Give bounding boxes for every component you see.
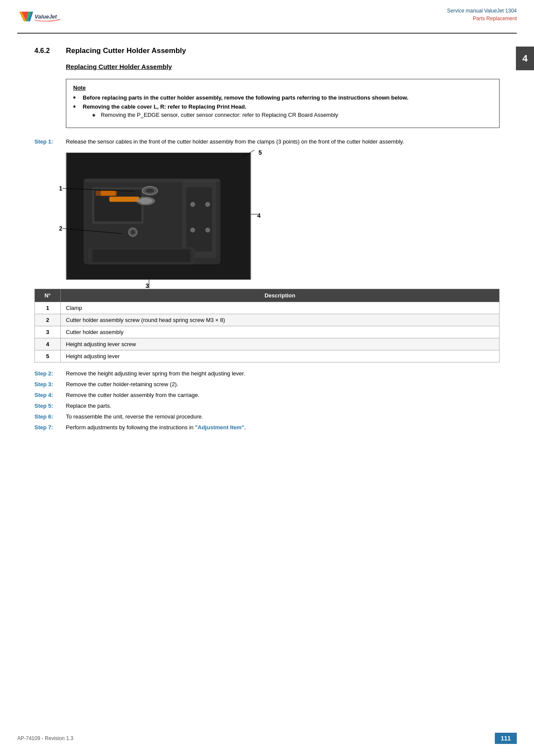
step-4-text: Remove the cutter holder assembly from t… — [66, 392, 500, 398]
step-6: Step 6: To reassemble the unit, reverse … — [34, 413, 500, 420]
table-cell-num: 2 — [35, 314, 61, 326]
table-cell-num: 3 — [35, 326, 61, 338]
svg-rect-24 — [84, 179, 220, 182]
note-list: ■ Before replacing parts in the cutter h… — [73, 94, 492, 119]
header-section: Parts Replacement — [447, 16, 517, 22]
page-footer: AP-74109 - Revision 1.3 111 — [0, 733, 534, 744]
svg-rect-10 — [101, 191, 116, 196]
table-row: 5Height adjusting lever — [35, 350, 500, 362]
manual-title: Service manual ValueJet 1304 — [447, 8, 517, 14]
diagram-label-4: 4 — [257, 212, 261, 219]
valuejet-logo: ValueJet — [17, 8, 65, 27]
section-tab: 4 — [516, 47, 534, 70]
note-sub-item-1: ◆ Removing the P_EDGE sensor, cutter sen… — [92, 112, 338, 118]
step-1-text: Release the sensor cables in the front o… — [66, 138, 500, 145]
diagram-label-5: 5 — [258, 149, 262, 156]
svg-point-19 — [205, 202, 210, 206]
svg-rect-17 — [186, 187, 212, 251]
step-5-text: Replace the parts. — [66, 403, 500, 409]
svg-rect-23 — [92, 249, 190, 262]
step-2-label: Step 2: — [34, 370, 66, 377]
diagram-label-1: 1 — [59, 185, 62, 192]
step-3: Step 3: Remove the cutter holder-retaini… — [34, 381, 500, 387]
note-text-1: Before replacing parts in the cutter hol… — [83, 94, 408, 101]
step-1-label: Step 1: — [34, 138, 66, 145]
page-header: ValueJet Service manual ValueJet 1304 Pa… — [0, 0, 534, 28]
svg-text:ValueJet: ValueJet — [35, 14, 57, 20]
note-box: Note ■ Before replacing parts in the cut… — [66, 79, 500, 128]
step-6-label: Step 6: — [34, 413, 66, 420]
main-content: 4 4.6.2 Replacing Cutter Holder Assembly… — [0, 34, 534, 448]
sub-heading: Replacing Cutter Holder Assembly — [66, 63, 500, 70]
step-7-before: Perform adjustments by following the ins… — [66, 424, 195, 431]
step-4-label: Step 4: — [34, 392, 66, 398]
table-header-n: N° — [35, 289, 61, 302]
table-cell-desc: Height adjusting lever — [61, 350, 500, 362]
step-7-after: . — [244, 424, 246, 431]
svg-point-13 — [139, 198, 152, 204]
step-2-text: Remove the height adjusting lever spring… — [66, 370, 500, 377]
table-row: 4Height adjusting lever screw — [35, 338, 500, 350]
step-5: Step 5: Replace the parts. — [34, 403, 500, 409]
description-table: N° Description 1Clamp2Cutter holder asse… — [34, 289, 500, 362]
note-text-2: Removing the cable cover L, R: refer to … — [83, 103, 246, 110]
table-cell-desc: Cutter holder assembly — [61, 326, 500, 338]
section-heading: 4.6.2 Replacing Cutter Holder Assembly — [34, 47, 500, 55]
note-sub-text-1: Removing the P_EDGE sensor, cutter senso… — [101, 112, 338, 118]
svg-point-18 — [190, 202, 195, 206]
diagram-label-3: 3 — [146, 282, 149, 289]
step-3-label: Step 3: — [34, 381, 66, 387]
step-7-text: Perform adjustments by following the ins… — [66, 424, 500, 431]
svg-point-15 — [146, 188, 154, 193]
table-cell-num: 4 — [35, 338, 61, 350]
step-4: Step 4: Remove the cutter holder assembl… — [34, 392, 500, 398]
svg-point-26 — [130, 230, 135, 234]
table-cell-desc: Cutter holder assembly screw (round head… — [61, 314, 500, 326]
svg-point-20 — [190, 228, 195, 232]
table-cell-num: 5 — [35, 350, 61, 362]
note-label: Note — [73, 84, 492, 91]
bullet-icon-2: ■ — [73, 104, 80, 109]
img-wrapper: 5 1 2 3 4 — [66, 153, 251, 280]
step-2: Step 2: Remove the height adjusting leve… — [34, 370, 500, 377]
logo-area: ValueJet — [17, 8, 69, 28]
table-cell-num: 1 — [35, 302, 61, 314]
diamond-icon: ◆ — [92, 112, 98, 117]
step-5-label: Step 5: — [34, 403, 66, 409]
table-row: 3Cutter holder assembly — [35, 326, 500, 338]
step-7: Step 7: Perform adjustments by following… — [34, 424, 500, 431]
diagram-label-2: 2 — [59, 225, 62, 232]
table-row: 1Clamp — [35, 302, 500, 314]
svg-rect-11 — [109, 197, 140, 202]
image-area: 5 1 2 3 4 — [66, 153, 251, 281]
step-3-text: Remove the cutter holder-retaining screw… — [66, 381, 500, 387]
step-6-text: To reassemble the unit, reverse the remo… — [66, 413, 500, 420]
table-cell-desc: Height adjusting lever screw — [61, 338, 500, 350]
section-title: Replacing Cutter Holder Assembly — [66, 47, 186, 55]
table-cell-desc: Clamp — [61, 302, 500, 314]
cutter-holder-diagram — [66, 153, 251, 280]
note-sub-list: ◆ Removing the P_EDGE sensor, cutter sen… — [92, 112, 338, 118]
footer-page: 111 — [495, 733, 517, 744]
note-item-1: ■ Before replacing parts in the cutter h… — [73, 94, 492, 101]
header-text: Service manual ValueJet 1304 Parts Repla… — [447, 8, 517, 22]
table-row: 2Cutter holder assembly screw (round hea… — [35, 314, 500, 326]
step-1: Step 1: Release the sensor cables in the… — [34, 138, 500, 145]
section-number: 4.6.2 — [34, 47, 58, 55]
svg-point-21 — [205, 228, 210, 232]
table-header-desc: Description — [61, 289, 500, 302]
footer-revision: AP-74109 - Revision 1.3 — [17, 735, 73, 741]
note-item-2: ■ Removing the cable cover L, R: refer t… — [73, 103, 492, 119]
step-7-link[interactable]: "Adjustment Item" — [195, 424, 244, 431]
step-7-label: Step 7: — [34, 424, 66, 431]
bullet-icon: ■ — [73, 95, 80, 100]
